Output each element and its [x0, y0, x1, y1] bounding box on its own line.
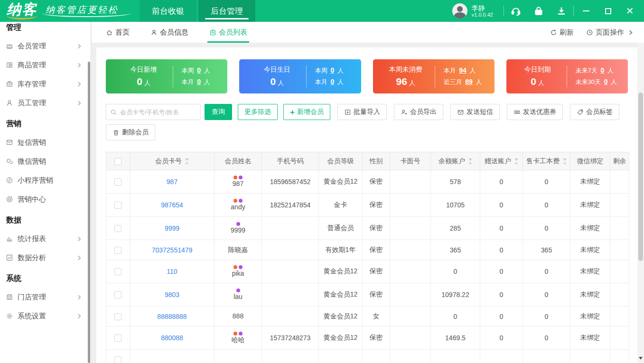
card-stat-value[interactable]: 0 [330, 78, 334, 85]
row-select-cell [106, 170, 130, 194]
card-face-no [390, 240, 431, 260]
member-card-no[interactable]: 88888888 [130, 307, 215, 326]
sidebar-item-label: 数据分析 [18, 253, 77, 262]
search-input[interactable] [120, 109, 196, 116]
main-scrollbar[interactable] [637, 43, 644, 363]
close-button[interactable]: ✕ [626, 7, 634, 15]
wechat-bind: 未绑定 [570, 326, 610, 350]
row-checkbox[interactable] [114, 335, 121, 342]
column-label: 会员姓名 [225, 157, 252, 165]
member-gender: 女 [363, 307, 390, 326]
minimize-button[interactable] [582, 7, 590, 15]
row-checkbox[interactable] [114, 202, 121, 209]
column-header[interactable]: 会员卡号 [130, 152, 215, 170]
page-tab[interactable]: 会员信息 [150, 22, 188, 43]
sidebar-item[interactable]: 员工管理 [0, 93, 91, 112]
sort-icons[interactable] [468, 158, 472, 164]
member-card-no[interactable]: 987 [130, 170, 215, 194]
column-header[interactable]: 余额账户 [431, 152, 480, 170]
card-stat-value[interactable]: 0 [604, 78, 608, 85]
card-stat-value[interactable]: 0 [197, 66, 201, 74]
sidebar-item[interactable]: 小程序营销 [0, 171, 91, 190]
column-header: 会员等级 [319, 152, 363, 170]
toolbar-button[interactable]: 批量导入 [337, 104, 387, 120]
member-card-no[interactable]: 880088 [130, 326, 215, 350]
maximize-button[interactable] [604, 7, 612, 15]
purple-dot-icon [239, 176, 243, 179]
top-tab-0[interactable]: 前台收银 [140, 0, 196, 22]
sort-icons[interactable] [563, 158, 567, 164]
column-header[interactable]: 赠送账户 [480, 152, 523, 170]
stat-cards: 今日新增 0人 本周 0 人本月 0 人今日生日 0人 本周 0 人本月 0 人… [106, 59, 628, 93]
scrollbar-down-button[interactable] [637, 354, 644, 362]
select-all-header[interactable] [106, 152, 130, 170]
row-checkbox[interactable] [114, 356, 121, 363]
page-tab[interactable]: 会员列表 [209, 22, 247, 43]
sidebar-item[interactable]: 商品管理 [0, 56, 91, 74]
sidebar-item[interactable]: 库存管理 [0, 74, 91, 93]
row-checkbox[interactable] [114, 291, 121, 298]
sidebar-item[interactable]: 门店管理 [0, 288, 91, 307]
support-icon[interactable] [511, 6, 521, 16]
page-tabs: 首页会员信息会员列表 [106, 22, 268, 43]
member-card-no[interactable]: 110 [130, 260, 215, 283]
row-checkbox[interactable] [114, 225, 121, 232]
member-card-no[interactable]: 987654 [130, 194, 215, 217]
card-stat-value[interactable]: 0 [330, 66, 334, 74]
row-checkbox[interactable] [114, 178, 121, 186]
sidebar-item[interactable]: 系统设置 [0, 307, 91, 326]
row-checkbox[interactable] [114, 313, 121, 320]
sidebar-item[interactable]: 微信营销 [0, 152, 91, 171]
sidebar-item[interactable]: 统计报表 [0, 229, 91, 248]
member-name-text: 888 [233, 312, 243, 321]
row-checkbox[interactable] [114, 247, 121, 254]
page-operations-button[interactable]: 页面操作 [586, 28, 632, 37]
toolbar-row-1: 查询 更多筛选+新增会员批量导入会员导出发送短信发送优惠券会员标签 [106, 104, 628, 120]
sidebar-scrollbar[interactable] [88, 62, 90, 363]
wechat-bind: 未绑定 [570, 260, 610, 283]
table-row: 880088哈哈15737248273黄金会员12保密1469.500未绑定 [106, 326, 629, 350]
toolbar-button[interactable]: 会员导出 [394, 104, 443, 120]
row-checkbox[interactable] [114, 268, 121, 275]
toolbar-button[interactable]: 更多筛选 [238, 104, 278, 120]
sidebar-item[interactable]: 营销中心 [0, 190, 91, 209]
member-name: 9999 [215, 217, 262, 240]
toolbar-button-label: 批量导入 [354, 108, 380, 116]
chevron-right-icon [76, 63, 81, 67]
toolbar-button[interactable]: 删除会员 [106, 124, 155, 140]
card-fee [523, 350, 570, 363]
envelope-icon [457, 109, 464, 116]
member-card-no[interactable] [130, 350, 215, 363]
select-all-checkbox[interactable] [114, 158, 121, 165]
query-button[interactable]: 查询 [205, 104, 232, 120]
sidebar-item[interactable]: 短信营销 [0, 133, 91, 152]
member-card-no[interactable]: 9803 [130, 283, 215, 307]
download-icon[interactable] [556, 6, 567, 16]
sidebar-item[interactable]: 数据分析 [0, 248, 91, 267]
member-card-no[interactable]: 70372551479 [130, 240, 215, 260]
card-stat: 本月 0 人 [315, 78, 344, 86]
sidebar-item[interactable]: 会员管理 [0, 37, 91, 56]
toolbar-button[interactable]: 发送优惠券 [507, 104, 563, 120]
column-header[interactable]: 售卡工本费 [523, 152, 570, 170]
sort-icons[interactable] [185, 158, 189, 164]
card-stat-value[interactable]: 94 [459, 66, 467, 74]
orange-dot-icon [233, 332, 237, 335]
refresh-button[interactable]: 刷新 [550, 28, 574, 37]
toolbar-button[interactable]: 发送短信 [450, 104, 500, 120]
card-stat-value[interactable]: 0 [600, 66, 604, 74]
sort-icons[interactable] [514, 158, 518, 164]
user-block[interactable]: 李静 v1.0.0.42 [452, 0, 497, 22]
balance-account: 1469.5 [431, 326, 480, 350]
trash-icon [112, 129, 120, 136]
toolbar-button[interactable]: 会员标签 [570, 104, 619, 120]
member-card-no[interactable]: 9999 [130, 217, 215, 240]
table-row: 99999999普通会员保密28500未绑定 [106, 217, 629, 240]
top-tab-1[interactable]: 后台管理 [198, 0, 255, 22]
toolbar-button[interactable]: +新增会员 [283, 104, 330, 120]
card-stat-value[interactable]: 0 [197, 78, 201, 85]
main-scrollbar-thumb[interactable] [638, 93, 643, 261]
lock-icon[interactable] [533, 6, 544, 16]
card-stat-value[interactable]: 89 [465, 78, 473, 85]
page-tab[interactable]: 首页 [106, 22, 130, 43]
